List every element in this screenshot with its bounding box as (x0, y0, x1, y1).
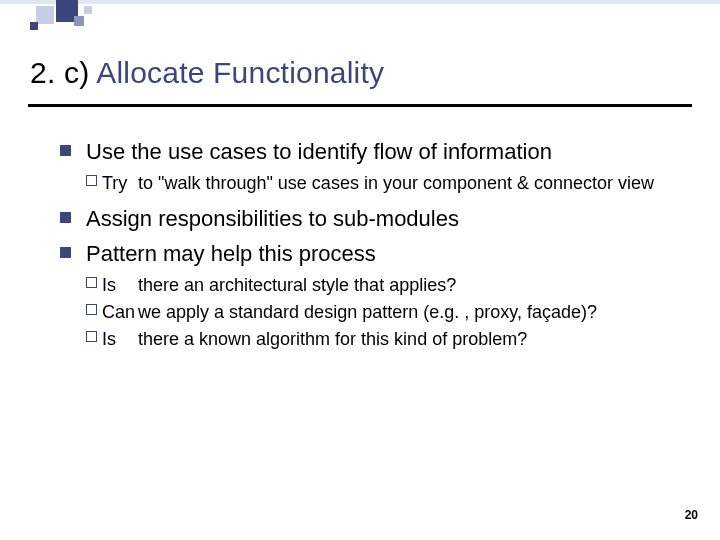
hollow-square-icon (86, 277, 97, 288)
sub-item-lead: Can (102, 301, 135, 324)
slide-body: Use the use cases to identify flow of in… (60, 138, 682, 361)
list-item-text: Use the use cases to identify flow of in… (86, 139, 552, 164)
title-main: Allocate Functionality (96, 56, 384, 89)
hollow-square-icon (86, 175, 97, 186)
top-decoration (0, 0, 720, 38)
sub-list-item: Can we apply a standard design pattern (… (86, 301, 682, 324)
sub-list: Try to "walk through" use cases in your … (86, 172, 682, 195)
sub-list-item: Try to "walk through" use cases in your … (86, 172, 682, 195)
sub-item-rest: to "walk through" use cases in your comp… (138, 173, 654, 193)
sub-list-item: Is there an architectural style that app… (86, 274, 682, 297)
sub-item-rest: there an architectural style that applie… (138, 275, 456, 295)
sub-item-rest: there a known algorithm for this kind of… (138, 329, 527, 349)
list-item-text: Pattern may help this process (86, 241, 376, 266)
sub-item-lead: Is (102, 328, 116, 351)
list-item: Use the use cases to identify flow of in… (60, 138, 682, 195)
sub-list: Is there an architectural style that app… (86, 274, 682, 351)
sub-item-lead: Try (102, 172, 127, 195)
deco-square (84, 6, 92, 14)
deco-square (30, 22, 38, 30)
bullet-list: Use the use cases to identify flow of in… (60, 138, 682, 351)
sub-list-item: Is there a known algorithm for this kind… (86, 328, 682, 351)
slide: { "title": { "prefix": "2. c) ", "main":… (0, 0, 720, 540)
deco-square (36, 6, 54, 24)
page-number: 20 (685, 508, 698, 522)
deco-square (74, 16, 84, 26)
title-underline (28, 104, 692, 107)
list-item: Pattern may help this process Is there a… (60, 240, 682, 351)
hollow-square-icon (86, 304, 97, 315)
sub-item-lead: Is (102, 274, 116, 297)
title-prefix: 2. c) (30, 56, 96, 89)
sub-item-rest: we apply a standard design pattern (e.g.… (138, 302, 597, 322)
list-item: Assign responsibilities to sub-modules (60, 205, 682, 233)
top-strip (0, 0, 720, 4)
list-item-text: Assign responsibilities to sub-modules (86, 206, 459, 231)
hollow-square-icon (86, 331, 97, 342)
slide-title: 2. c) Allocate Functionality (30, 56, 384, 90)
